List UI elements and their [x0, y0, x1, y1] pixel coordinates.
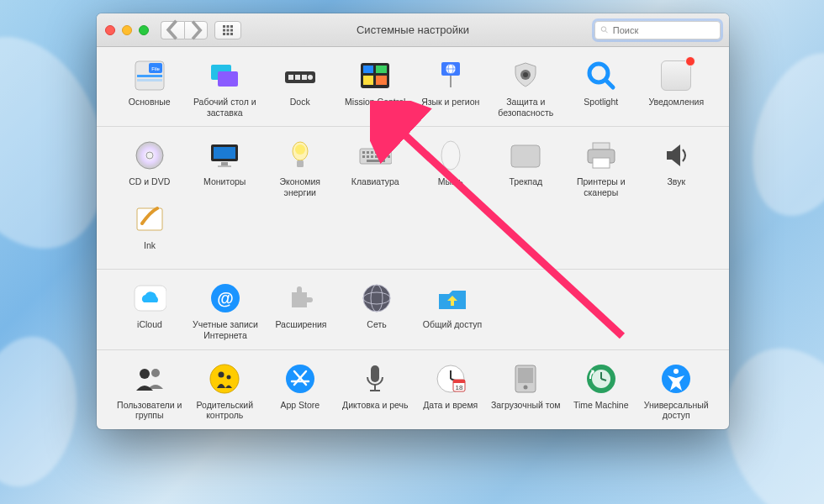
search-field[interactable]: [594, 21, 721, 39]
maximize-button[interactable]: [139, 25, 149, 35]
pref-dictation[interactable]: Диктовка и речь: [338, 362, 414, 421]
forward-button[interactable]: [184, 21, 208, 39]
svg-rect-41: [221, 162, 228, 165]
pref-sharing[interactable]: Общий доступ: [415, 281, 490, 340]
users-icon: [133, 362, 166, 396]
pref-general[interactable]: File Основные: [112, 59, 188, 118]
pref-spotlight[interactable]: Spotlight: [563, 59, 639, 118]
datetime-icon: 18: [434, 362, 467, 396]
pref-label: Загрузочный том: [491, 400, 561, 420]
general-icon: File: [133, 59, 166, 92]
pref-label: App Store: [280, 400, 320, 420]
pref-label: Универсальный доступ: [639, 400, 715, 421]
section-personal: File Основные Рабочий стол и заставка Do…: [97, 47, 729, 127]
minimize-button[interactable]: [122, 25, 132, 35]
pref-mouse[interactable]: Мышь: [413, 139, 489, 197]
pref-desktop[interactable]: Рабочий стол и заставка: [188, 59, 263, 118]
mouse-icon: [434, 139, 467, 172]
startup-icon: [509, 362, 542, 396]
svg-rect-32: [450, 76, 452, 87]
pref-internet-accounts[interactable]: @ Учетные записи Интернета: [188, 281, 263, 340]
pref-label: iCloud: [137, 319, 162, 339]
cddvd-icon: [133, 139, 166, 172]
pref-label: Ink: [144, 240, 156, 260]
svg-rect-67: [137, 208, 162, 230]
desktop-icon: [208, 59, 241, 92]
appstore-icon: [283, 362, 317, 396]
svg-rect-4: [227, 29, 230, 31]
pref-energy[interactable]: Экономия энергии: [262, 139, 338, 197]
svg-rect-56: [371, 155, 373, 158]
svg-rect-3: [223, 29, 225, 31]
pref-label: Time Machine: [573, 400, 629, 420]
pref-parental[interactable]: Родительский контроль: [188, 362, 263, 421]
pref-label: CD и DVD: [129, 176, 170, 197]
svg-rect-59: [383, 155, 386, 158]
pref-accessibility[interactable]: Универсальный доступ: [639, 362, 715, 421]
search-input[interactable]: [613, 25, 715, 35]
pref-cddvd[interactable]: CD и DVD: [112, 139, 188, 197]
pref-label: Защита и безопасность: [489, 97, 564, 118]
svg-point-9: [601, 27, 606, 32]
pref-label: Основные: [129, 97, 171, 117]
pref-label: Клавиатура: [351, 176, 399, 197]
svg-rect-50: [375, 151, 378, 154]
sound-icon: [659, 139, 693, 172]
svg-rect-54: [362, 155, 365, 158]
pref-trackpad[interactable]: Трекпад: [489, 139, 564, 197]
pref-startup[interactable]: Загрузочный том: [489, 362, 564, 421]
pref-datetime[interactable]: 18 Дата и время: [413, 362, 489, 421]
pref-label: Общий доступ: [423, 319, 483, 339]
section-system: Пользователи и группы Родительский контр…: [97, 350, 729, 429]
pref-ink[interactable]: Ink: [112, 202, 188, 260]
svg-rect-17: [218, 71, 238, 87]
back-button[interactable]: [161, 21, 184, 39]
svg-rect-53: [388, 151, 390, 154]
pref-notifications[interactable]: Уведомления: [639, 59, 715, 118]
dock-icon: [283, 59, 317, 92]
pref-language[interactable]: Язык и регион: [413, 59, 489, 118]
section-internet: iCloud @ Учетные записи Интернета Расшир…: [97, 270, 729, 349]
svg-rect-21: [302, 75, 307, 80]
ink-icon: [133, 202, 166, 236]
svg-line-10: [605, 31, 607, 33]
svg-rect-25: [376, 66, 387, 73]
language-icon: [434, 59, 467, 92]
pref-sound[interactable]: Звук: [639, 139, 715, 197]
svg-point-101: [673, 369, 679, 374]
pref-label: Экономия энергии: [262, 176, 338, 197]
pref-timemachine[interactable]: Time Machine: [563, 362, 639, 421]
pref-label: Учетные записи Интернета: [188, 319, 263, 340]
pref-printers[interactable]: Принтеры и сканеры: [563, 139, 639, 197]
svg-rect-91: [453, 380, 465, 383]
svg-rect-47: [362, 151, 365, 154]
show-all-button[interactable]: [214, 21, 241, 39]
svg-line-36: [605, 80, 613, 87]
pref-label: Дата и время: [423, 400, 478, 420]
pref-displays[interactable]: Мониторы: [188, 139, 263, 197]
pref-users[interactable]: Пользователи и группы: [112, 362, 188, 421]
displays-icon: [208, 139, 241, 172]
pref-security[interactable]: Защита и безопасность: [489, 59, 564, 118]
pref-label: Язык и регион: [421, 97, 479, 117]
pref-keyboard[interactable]: Клавиатура: [338, 139, 414, 197]
svg-point-75: [140, 369, 150, 379]
pref-label: Пользователи и группы: [112, 400, 188, 421]
svg-point-38: [146, 152, 153, 159]
svg-rect-66: [593, 158, 610, 168]
pref-network[interactable]: Сеть: [339, 281, 415, 340]
pref-appstore[interactable]: App Store: [262, 362, 338, 421]
svg-rect-55: [367, 155, 369, 158]
pref-dock[interactable]: Dock: [262, 59, 338, 118]
svg-rect-1: [227, 25, 230, 28]
pref-label: Dock: [290, 97, 310, 117]
svg-point-34: [523, 72, 528, 77]
accessibility-icon: [659, 362, 693, 396]
close-button[interactable]: [105, 25, 115, 35]
pref-label: Уведомления: [648, 97, 704, 117]
svg-rect-20: [295, 75, 300, 80]
pref-extensions[interactable]: Расширения: [263, 281, 339, 340]
pref-mission-control[interactable]: Mission Control: [338, 59, 414, 118]
svg-point-76: [151, 369, 160, 377]
pref-icloud[interactable]: iCloud: [112, 281, 188, 340]
